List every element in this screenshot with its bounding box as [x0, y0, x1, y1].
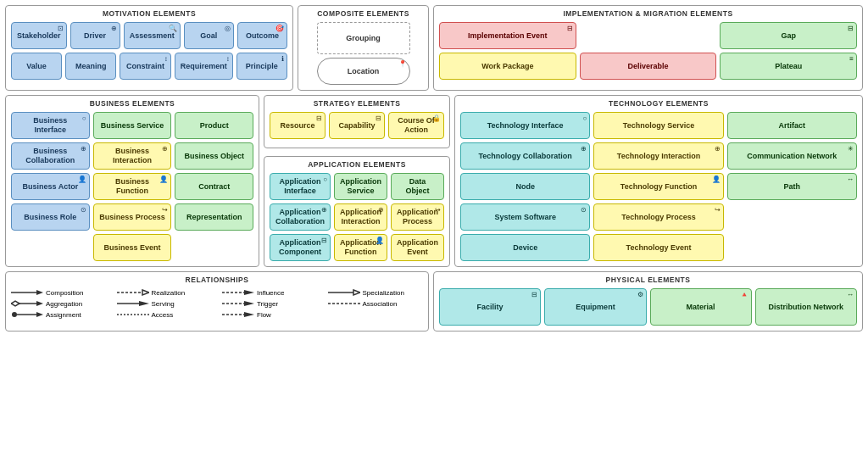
biz-process-icon: ↪ [162, 206, 168, 214]
rel-flow: Flow [222, 310, 318, 319]
elem-principle[interactable]: ℹPrinciple [236, 53, 287, 80]
elem-impl-event[interactable]: ⊟Implementation Event [439, 22, 576, 49]
elem-path[interactable]: ↔Path [727, 173, 857, 200]
elem-requirement[interactable]: ↕Requirement [175, 53, 233, 80]
elem-gap[interactable]: ⊟Gap [720, 22, 857, 49]
app-grid: ○Application Interface Application Servi… [270, 173, 444, 261]
elem-business-function[interactable]: 👤Business Function [93, 173, 172, 200]
elem-business-process[interactable]: ↪Business Process [93, 203, 172, 231]
top-row: MOTIVATION ELEMENTS ⊡Stakeholder ⊕Driver… [5, 5, 863, 91]
elem-tech-event[interactable]: Technology Event [593, 234, 723, 261]
elem-course-of-action[interactable]: 🔒Course Of Action [388, 112, 444, 139]
elem-work-package[interactable]: Work Package [439, 53, 576, 80]
elem-business-interface[interactable]: ○Business Interface [11, 112, 90, 139]
elem-tech-interface[interactable]: ○Technology Interface [460, 112, 590, 139]
elem-artifact[interactable]: Artifact [727, 112, 857, 139]
elem-tech-process[interactable]: ↪Technology Process [593, 203, 723, 231]
elem-constraint[interactable]: ↕Constraint [120, 53, 170, 80]
flow-line [222, 310, 254, 319]
composite-section: COMPOSITE ELEMENTS Grouping 📍Location [298, 5, 429, 91]
assignment-label: Assignment [46, 311, 81, 319]
elem-assessment[interactable]: 🔍Assessment [124, 22, 181, 49]
elem-facility[interactable]: ⊟Facility [439, 288, 541, 326]
strategy-section: STRATEGY ELEMENTS ⊟Resource ⊟Capability … [264, 95, 450, 148]
elem-plateau[interactable]: ≡Plateau [720, 53, 857, 80]
elem-product[interactable]: Product [175, 112, 253, 139]
elem-app-interaction[interactable]: ⊕Application Interaction [334, 203, 387, 231]
elem-app-interface[interactable]: ○Application Interface [270, 173, 331, 200]
elem-grouping[interactable]: Grouping [317, 22, 410, 54]
composition-line [11, 288, 43, 297]
elem-business-actor[interactable]: 👤Business Actor [11, 173, 90, 200]
elem-business-service[interactable]: Business Service [93, 112, 172, 139]
elem-comm-network[interactable]: ✳Communication Network [727, 142, 857, 170]
rel-serving: Serving [117, 299, 213, 308]
elem-driver[interactable]: ⊕Driver [70, 22, 120, 49]
elem-app-component[interactable]: ⊟Application Component [270, 234, 331, 261]
elem-node[interactable]: Node [460, 173, 590, 200]
svg-marker-1 [36, 290, 43, 295]
app-collab-icon: ⊕ [321, 206, 327, 214]
elem-device[interactable]: Device [460, 234, 590, 261]
elem-tech-service[interactable]: Technology Service [593, 112, 723, 139]
elem-app-collab[interactable]: ⊕Application Collaboration [270, 203, 331, 231]
elem-outcome[interactable]: 🎯Outcome [237, 22, 287, 49]
app-component-icon: ⊟ [321, 237, 327, 245]
middle-row: BUSINESS ELEMENTS ○Business Interface Bu… [5, 95, 863, 267]
serving-line [117, 299, 149, 308]
technology-section: TECHNOLOGY ELEMENTS ○Technology Interfac… [454, 95, 863, 267]
elem-contract[interactable]: Contract [175, 173, 253, 200]
elem-deliverable[interactable]: Deliverable [580, 53, 717, 80]
svg-marker-14 [244, 301, 254, 306]
requirement-icon: ↕ [226, 55, 230, 64]
elem-representation[interactable]: Representation [175, 203, 253, 231]
business-section: BUSINESS ELEMENTS ○Business Interface Bu… [5, 95, 259, 267]
elem-tech-interaction[interactable]: ⊕Technology Interaction [593, 142, 723, 170]
path-icon: ↔ [847, 176, 854, 184]
elem-capability[interactable]: ⊟Capability [329, 112, 385, 139]
elem-app-function[interactable]: 👤Application Function [334, 234, 387, 261]
goal-icon: ◎ [225, 25, 231, 33]
svg-marker-18 [36, 312, 43, 317]
elem-distribution-network[interactable]: ↔Distribution Network [755, 288, 857, 326]
tech-grid: ○Technology Interface Technology Service… [460, 112, 857, 261]
phys-grid: ⊟Facility ⚙Equipment 🔺Material ↔Distribu… [439, 288, 857, 326]
svg-marker-21 [244, 312, 254, 317]
impl-title: IMPLEMENTATION & MIGRATION ELEMENTS [439, 9, 857, 18]
elem-stakeholder[interactable]: ⊡Stakeholder [11, 22, 67, 49]
elem-app-event[interactable]: Application Event [391, 234, 444, 261]
stakeholder-icon: ⊡ [58, 25, 64, 33]
elem-value[interactable]: Value [11, 53, 62, 80]
bottom-row: RELATIONSHIPS Composition Realization In… [5, 271, 863, 332]
trigger-line [222, 299, 254, 308]
elem-resource[interactable]: ⊟Resource [270, 112, 326, 139]
elem-location[interactable]: 📍Location [317, 58, 410, 85]
rel-grid: Composition Realization Influence Specia… [11, 288, 423, 319]
elem-equipment[interactable]: ⚙Equipment [544, 288, 646, 326]
elem-business-event[interactable]: Business Event [93, 234, 172, 261]
elem-meaning[interactable]: Meaning [65, 53, 116, 80]
elem-system-software[interactable]: ⊙System Software [460, 203, 590, 231]
trigger-label: Trigger [257, 300, 278, 308]
physical-section: PHYSICAL ELEMENTS ⊟Facility ⚙Equipment 🔺… [433, 271, 863, 332]
rel-aggregation: Aggregation [11, 299, 107, 308]
svg-point-16 [12, 312, 17, 317]
aggregation-line [11, 299, 43, 308]
elem-material[interactable]: 🔺Material [650, 288, 752, 326]
strategy-grid: ⊟Resource ⊟Capability 🔒Course Of Action [270, 112, 444, 139]
technology-title: TECHNOLOGY ELEMENTS [460, 99, 857, 108]
biz-actor-icon: 👤 [78, 176, 86, 184]
resource-icon: ⊟ [316, 114, 322, 123]
elem-business-object[interactable]: Business Object [175, 142, 253, 170]
elem-business-collab[interactable]: ⊕Business Collaboration [11, 142, 90, 170]
elem-tech-function[interactable]: 👤Technology Function [593, 173, 723, 200]
elem-business-interaction[interactable]: ⊕Business Interaction [93, 142, 172, 170]
elem-app-process[interactable]: ↪Application Process [391, 203, 444, 231]
svg-marker-10 [36, 301, 43, 306]
elem-tech-collab[interactable]: ⊕Technology Collaboration [460, 142, 590, 170]
elem-data-object[interactable]: Data Object [391, 173, 444, 200]
elem-business-role[interactable]: ⊙Business Role [11, 203, 90, 231]
biz-role-icon: ⊙ [81, 206, 86, 214]
elem-goal[interactable]: ◎Goal [184, 22, 234, 49]
elem-app-service[interactable]: Application Service [334, 173, 387, 200]
